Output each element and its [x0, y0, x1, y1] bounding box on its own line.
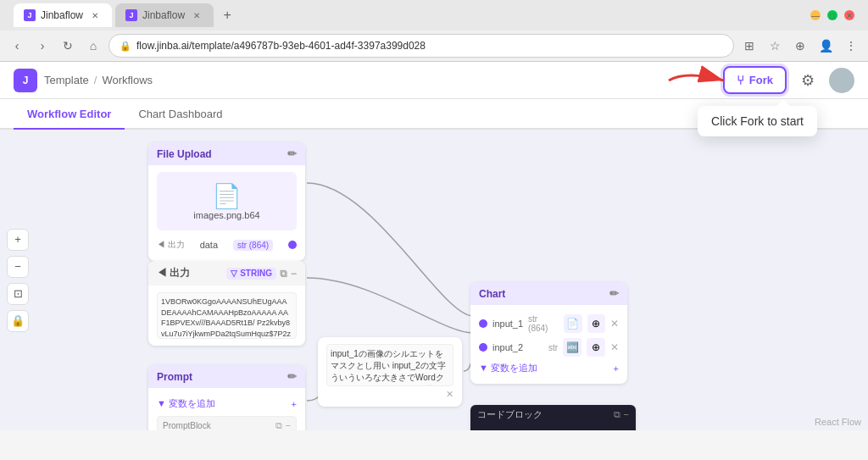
tab2-label: Jinbaflow: [142, 9, 185, 21]
forward-button[interactable]: ›: [32, 36, 53, 56]
react-flow-label: React Flow: [815, 417, 861, 427]
file-upload-header: File Upload ✏: [148, 142, 305, 165]
tab1-label: Jinbaflow: [41, 9, 83, 21]
fork-tooltip: Click Fork to start: [698, 106, 817, 136]
home-button[interactable]: ⌂: [83, 36, 103, 56]
maximize-button[interactable]: □: [827, 10, 837, 20]
output-port[interactable]: [288, 241, 297, 249]
star-button[interactable]: ☆: [765, 36, 785, 56]
output-type-badge: str (864): [233, 240, 273, 251]
secure-icon: 🔒: [120, 41, 131, 52]
llm-text-node: input_1の画像のシルエットをマスクとし用い input_2の文字ういういろ…: [318, 337, 462, 407]
new-tab-button[interactable]: +: [217, 5, 237, 25]
file-document-icon: 📄: [212, 182, 242, 210]
profile-button[interactable]: 👤: [815, 36, 836, 56]
chart-input-2-text-icon[interactable]: 🔤: [563, 338, 581, 357]
file-upload-output: ◀ 出力 data str (864): [157, 236, 297, 254]
prompt-block-title: PromptBlock: [163, 421, 211, 430]
chart-input-2-label: input_2: [492, 342, 543, 352]
chart-body: input_1 str (864) 📄 ⊕ ✕ input_2 str 🔤 ⊕ …: [470, 305, 627, 384]
prompt-title: Prompt: [157, 371, 192, 383]
data-collapse-label: ◀ 出力: [157, 266, 190, 280]
prompt-header: Prompt ✏: [148, 365, 305, 388]
code-block-collapse-icon[interactable]: −: [624, 409, 629, 420]
app-logo: J: [14, 69, 37, 92]
tab2-favicon: J: [125, 9, 137, 21]
chart-title: Chart: [479, 288, 505, 300]
browser-chrome: J Jinbaflow ✕ J Jinbaflow ✕ + — □ ✕ ‹ › …: [0, 0, 868, 62]
data-text-collapse-icon[interactable]: −: [291, 268, 297, 280]
breadcrumb-template[interactable]: Template: [44, 74, 89, 86]
app-header: J Template / Workflows ⑂ Fork ⚙: [0, 62, 868, 99]
zoom-in-button[interactable]: +: [7, 229, 29, 251]
chart-input-2: input_2 str 🔤 ⊕ ✕: [479, 335, 619, 359]
prompt-node: Prompt ✏ ▼ 変数を追加 + PromptBlock ⧉ − 勇気の出る…: [148, 365, 305, 430]
chart-header: Chart ✏: [470, 282, 627, 305]
llm-text-edit-icon[interactable]: ✕: [446, 389, 453, 400]
lock-button[interactable]: 🔒: [7, 310, 29, 332]
browser-tab-1[interactable]: J Jinbaflow ✕: [14, 3, 112, 27]
app-header-right: ⑂ Fork ⚙: [723, 66, 854, 94]
tab-chart-dashboard[interactable]: Chart Dashboard: [125, 99, 236, 130]
settings-button[interactable]: ⚙: [795, 68, 821, 93]
address-bar[interactable]: 🔒 flow.jinba.ai/template/a496787b-93eb-4…: [108, 34, 734, 58]
chart-input-1: input_1 str (864) 📄 ⊕ ✕: [479, 312, 619, 335]
chart-input-1-type: str (864): [528, 314, 559, 333]
chart-input-2-type: str: [548, 343, 558, 352]
browser-tab-2[interactable]: J Jinbaflow ✕: [115, 3, 214, 27]
chart-input-1-extra-icon[interactable]: ⊕: [587, 314, 605, 333]
red-arrow-container: [660, 62, 737, 102]
prompt-var-add-label: ▼ 変数を追加: [157, 397, 215, 410]
chart-input-1-doc-icon[interactable]: 📄: [564, 314, 581, 333]
translate-button[interactable]: ⊞: [739, 36, 760, 56]
prompt-block-copy[interactable]: ⧉: [275, 420, 282, 430]
tab1-close[interactable]: ✕: [88, 8, 102, 22]
data-text-content: 1VBORw0KGgoAAAANSUhEUgAAADEAAAAhCAMAAAHp…: [157, 292, 297, 339]
chart-var-add[interactable]: ▼ 変数を追加 +: [479, 359, 619, 377]
breadcrumb-workflows[interactable]: Workflows: [102, 74, 153, 86]
zoom-out-button[interactable]: −: [7, 256, 29, 278]
canvas-area: + − ⊡ 🔒 File Upload ✏ 📄 images.png.b64 ◀…: [0, 130, 868, 430]
llm-text-content: input_1の画像のシルエットをマスクとし用い input_2の文字ういういろ…: [326, 344, 453, 386]
minimize-button[interactable]: —: [810, 10, 821, 20]
fork-icon: ⑂: [737, 73, 744, 87]
code-block-title: コードブロック: [477, 408, 542, 421]
more-button[interactable]: ⋮: [841, 36, 861, 56]
user-avatar[interactable]: [829, 68, 854, 93]
chart-var-add-label: ▼ 変数を追加: [479, 362, 537, 374]
tab1-favicon: J: [24, 9, 36, 21]
data-text-copy-icon[interactable]: ⧉: [280, 268, 287, 280]
prompt-block-collapse[interactable]: −: [286, 420, 291, 430]
left-tools: + − ⊡ 🔒: [7, 229, 29, 332]
chart-input-1-label: input_1: [492, 319, 523, 329]
code-block-copy-icon[interactable]: ⧉: [614, 409, 620, 420]
file-upload-area[interactable]: 📄 images.png.b64: [157, 172, 297, 230]
prompt-var-add[interactable]: ▼ 変数を追加 +: [157, 395, 297, 413]
tab2-close[interactable]: ✕: [190, 8, 203, 22]
chart-input-1-close[interactable]: ✕: [610, 318, 619, 330]
chart-input-1-port[interactable]: [479, 319, 487, 328]
prompt-edit-icon[interactable]: ✏: [287, 370, 297, 383]
chart-input-2-port[interactable]: [479, 343, 487, 352]
tab-workflow-editor[interactable]: Workflow Editor: [14, 99, 125, 130]
red-arrow-icon: [660, 62, 737, 99]
breadcrumb-separator: /: [94, 74, 97, 86]
chart-input-2-extra-icon[interactable]: ⊕: [587, 338, 605, 357]
data-text-node: ◀ 出力 ▽ STRING ⧉ − 1VBORw0KGgoAAAANSUhEUg…: [148, 261, 305, 346]
prompt-block: PromptBlock ⧉ − 勇気の出る単語20個教えて。 答えは単語だけでい…: [157, 416, 297, 430]
chart-var-add-icon: +: [614, 363, 619, 374]
extension-button[interactable]: ⊕: [790, 36, 810, 56]
chart-input-2-close[interactable]: ✕: [610, 341, 619, 353]
fit-button[interactable]: ⊡: [7, 283, 29, 305]
prompt-block-header: PromptBlock ⧉ −: [163, 420, 291, 430]
close-button[interactable]: ✕: [844, 10, 854, 20]
code-block-node: コードブロック ⧉ − 1 import base64 2 3 from PIL…: [470, 405, 636, 430]
file-upload-title: File Upload: [157, 148, 212, 160]
file-upload-edit-icon[interactable]: ✏: [287, 147, 297, 160]
data-type-badge: ▽ STRING: [226, 268, 276, 280]
reload-button[interactable]: ↻: [58, 36, 78, 56]
llm-text-body: input_1の画像のシルエットをマスクとし用い input_2の文字ういういろ…: [318, 337, 462, 407]
back-button[interactable]: ‹: [7, 36, 27, 56]
code-block-content: 1 import base64 2 3 from PIL import Imag…: [470, 424, 636, 430]
chart-edit-icon[interactable]: ✏: [609, 287, 619, 300]
